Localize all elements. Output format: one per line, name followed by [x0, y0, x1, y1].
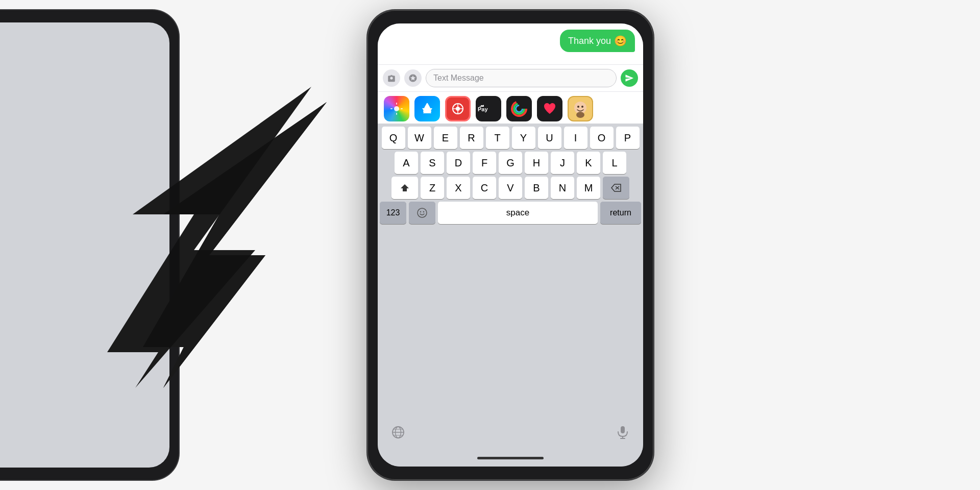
key-w[interactable]: W — [408, 127, 431, 149]
keyboard: Q W E R T Y U I O P A S D F G — [378, 124, 643, 418]
key-v[interactable]: V — [499, 177, 522, 199]
message-input[interactable]: Text Message — [426, 69, 617, 87]
key-i[interactable]: I — [564, 127, 587, 149]
send-icon — [625, 74, 634, 83]
svg-rect-4 — [390, 108, 393, 109]
keyboard-row-3: Z X C V B N M — [380, 177, 641, 199]
message-bubble: Thank you 😊 — [560, 30, 635, 52]
app-icon-memoji[interactable] — [568, 96, 593, 121]
message-emoji: 😊 — [614, 35, 627, 47]
keyboard-bottom — [378, 418, 643, 453]
space-key[interactable]: space — [438, 202, 598, 224]
memoji-icon — [570, 99, 591, 119]
keyboard-row-2: A S D F G H J K L — [380, 152, 641, 174]
key-m[interactable]: M — [577, 177, 600, 199]
key-e[interactable]: E — [434, 127, 457, 149]
svg-rect-29 — [621, 426, 625, 433]
svg-rect-2 — [396, 103, 397, 105]
numbers-key[interactable]: 123 — [380, 202, 406, 224]
key-p[interactable]: P — [616, 127, 640, 149]
globe-button[interactable] — [388, 422, 408, 443]
iphone-frame: Thank you 😊 Text Message — [368, 10, 653, 480]
key-r[interactable]: R — [460, 127, 483, 149]
iphone-screen: Thank you 😊 Text Message — [378, 23, 643, 467]
apps-button[interactable] — [404, 69, 422, 87]
key-g[interactable]: G — [499, 152, 522, 174]
return-key[interactable]: return — [600, 202, 641, 224]
shift-key[interactable] — [391, 177, 418, 199]
key-f[interactable]: F — [473, 152, 496, 174]
send-button[interactable] — [621, 69, 638, 87]
photos-icon — [389, 102, 404, 116]
input-bar: Text Message — [378, 64, 643, 91]
svg-point-14 — [516, 106, 523, 112]
key-n[interactable]: N — [551, 177, 574, 199]
home-indicator — [477, 457, 544, 459]
app-icon-photos[interactable] — [384, 96, 409, 121]
app-icon-appstore[interactable] — [414, 96, 440, 121]
app-icon-heart[interactable] — [537, 96, 562, 121]
svg-point-16 — [577, 106, 579, 108]
scene: Thank you 😊 Text Message — [0, 0, 980, 490]
keyboard-row-1: Q W E R T Y U I O P — [380, 127, 641, 149]
svg-point-22 — [420, 211, 421, 212]
heart-icon — [542, 101, 557, 116]
delete-icon — [610, 183, 622, 192]
fitness-icon — [509, 99, 529, 118]
home-indicator-bar — [378, 453, 643, 467]
mic-icon — [616, 425, 629, 439]
svg-text:Pay: Pay — [478, 106, 488, 112]
key-u[interactable]: U — [538, 127, 561, 149]
key-d[interactable]: D — [447, 152, 470, 174]
messages-area: Thank you 😊 — [378, 23, 643, 64]
svg-rect-5 — [401, 108, 403, 109]
key-o[interactable]: O — [590, 127, 614, 149]
app-icon-web[interactable] — [445, 96, 471, 121]
camera-button[interactable] — [383, 69, 400, 87]
left-phone-frame — [0, 10, 179, 480]
app-icon-applepay[interactable]: Pay — [476, 96, 501, 121]
web-icon — [450, 101, 465, 116]
input-placeholder: Text Message — [433, 74, 484, 83]
key-z[interactable]: Z — [421, 177, 444, 199]
delete-key[interactable] — [603, 177, 629, 199]
svg-point-23 — [423, 211, 424, 212]
mic-button[interactable] — [612, 422, 633, 443]
svg-point-18 — [576, 112, 584, 118]
left-phone-partial-container — [0, 0, 204, 490]
key-j[interactable]: J — [551, 152, 574, 174]
svg-rect-3 — [396, 113, 397, 115]
left-phone-screen — [0, 22, 169, 468]
key-t[interactable]: T — [486, 127, 509, 149]
key-x[interactable]: X — [447, 177, 470, 199]
key-l[interactable]: L — [603, 152, 626, 174]
key-k[interactable]: K — [577, 152, 600, 174]
svg-point-21 — [418, 208, 427, 217]
applepay-icon: Pay — [478, 104, 499, 114]
key-c[interactable]: C — [473, 177, 496, 199]
key-s[interactable]: S — [421, 152, 444, 174]
apps-icon — [408, 74, 418, 83]
message-text: Thank you — [568, 36, 611, 46]
emoji-key[interactable] — [409, 202, 435, 224]
camera-icon — [387, 74, 396, 83]
key-h[interactable]: H — [525, 152, 548, 174]
emoji-icon — [416, 207, 428, 218]
appstore-icon — [420, 101, 435, 116]
key-a[interactable]: A — [395, 152, 418, 174]
key-y[interactable]: Y — [512, 127, 535, 149]
globe-icon — [391, 425, 405, 439]
app-icons-row: Pay — [378, 91, 643, 124]
keyboard-row-4: 123 space return — [380, 202, 641, 224]
app-icon-fitness[interactable] — [506, 96, 532, 121]
svg-point-17 — [581, 106, 583, 108]
shift-icon — [400, 183, 410, 193]
key-q[interactable]: Q — [382, 127, 405, 149]
key-b[interactable]: B — [525, 177, 548, 199]
svg-point-1 — [394, 106, 399, 111]
